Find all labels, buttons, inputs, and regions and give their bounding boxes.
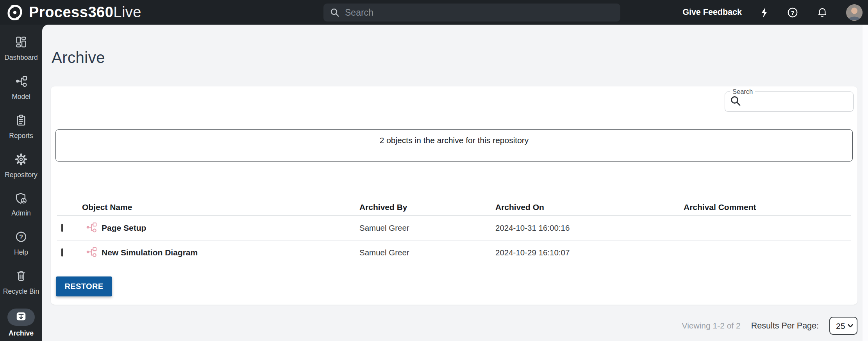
svg-text:?: ? [19,233,23,240]
dashboard-icon [14,36,28,50]
page-title: Archive [52,49,857,66]
sidebar-item-archive[interactable]: Archive [0,309,42,337]
sidebar-item-admin[interactable]: Admin [0,192,42,217]
scrollbar-track[interactable] [863,25,868,341]
search-icon [330,7,340,18]
help-icon[interactable]: ? [787,7,798,18]
archive-box-icon [15,310,27,324]
active-pill [7,309,35,326]
restore-button[interactable]: RESTORE [56,276,112,296]
col-header-object-name: Object Name [82,203,359,212]
app-title: Process360Live [29,4,141,21]
sidebar-label: Model [12,93,30,101]
sidebar-item-recycle-bin[interactable]: Recycle Bin [0,269,42,296]
sidebar-label: Archive [9,329,34,337]
help-circle-icon: ? [14,230,28,245]
brand-logo-icon [6,4,23,21]
sidebar-item-help[interactable]: ? Help [0,230,42,257]
results-per-page-select[interactable]: 25 [829,317,857,335]
main-content: Archive Search 2 objects in the archive … [42,25,868,341]
model-object-icon [85,221,97,235]
archive-search-input[interactable] [745,97,849,106]
brand: Process360Live [6,4,141,21]
repository-gear-icon [14,153,28,167]
archive-search-field[interactable]: Search [725,92,854,112]
sidebar-item-model[interactable]: Model [0,75,42,101]
give-feedback-button[interactable]: Give Feedback [682,7,742,17]
model-icon [14,75,28,89]
object-name[interactable]: Page Setup [102,223,146,233]
topbar: Process360Live Give Feedback ? [0,0,868,25]
archived-by: Samuel Greer [359,248,495,257]
sidebar-label: Reports [9,132,33,140]
user-avatar[interactable] [846,4,863,21]
results-per-page-label: Results Per Page: [751,321,819,331]
archive-table: Object Name Archived By Archived On Arch… [57,201,851,265]
col-header-archived-by: Archived By [359,203,495,212]
model-object-icon [85,246,97,259]
search-icon [730,95,741,108]
search-field-label: Search [730,88,755,95]
sidebar-label: Admin [11,209,31,217]
trash-icon [14,269,28,284]
sidebar-label: Help [14,248,28,257]
admin-shield-icon [15,192,27,206]
archived-on: 2024-10-29 16:10:07 [495,248,684,257]
table-header-row: Object Name Archived By Archived On Arch… [57,201,851,216]
global-search[interactable] [323,4,620,22]
sidebar-item-reports[interactable]: Reports [0,114,42,140]
table-row[interactable]: New Simulation Diagram Samuel Greer 2024… [57,240,851,265]
col-header-archival-comment: Archival Comment [684,203,851,212]
archive-count-notice: 2 objects in the archive for this reposi… [55,129,853,162]
row-checkbox[interactable] [61,224,63,232]
sidebar: Dashboard Model Reports [0,25,42,341]
svg-text:?: ? [791,9,794,16]
pagination-footer: Viewing 1-2 of 2 Results Per Page: 25 [51,317,857,335]
viewing-range: Viewing 1-2 of 2 [682,321,741,330]
archived-by: Samuel Greer [359,223,495,233]
sidebar-label: Repository [5,171,38,179]
reports-clipboard-icon [14,114,28,128]
table-row[interactable]: Page Setup Samuel Greer 2024-10-31 16:00… [57,216,851,240]
notifications-bell-icon[interactable] [816,7,828,18]
col-header-archived-on: Archived On [495,203,684,212]
object-name[interactable]: New Simulation Diagram [102,248,198,257]
archived-on: 2024-10-31 16:00:16 [495,223,684,233]
sidebar-item-repository[interactable]: Repository [0,153,42,179]
sidebar-label: Recycle Bin [3,287,39,296]
global-search-input[interactable] [345,7,614,18]
archive-card: Search 2 objects in the archive for this… [51,86,857,305]
sidebar-item-dashboard[interactable]: Dashboard [0,36,42,62]
lightning-icon[interactable] [760,7,769,18]
row-checkbox[interactable] [61,248,63,257]
sidebar-label: Dashboard [4,54,38,62]
